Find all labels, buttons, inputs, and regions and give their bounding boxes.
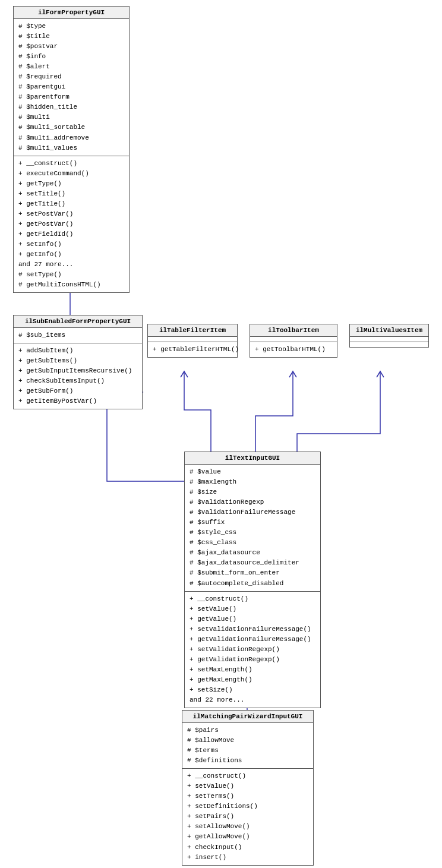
ilSubEnabledFormPropertyGUI-fields: # $sub_items (14, 328, 142, 343)
ilTextInputGUI-box: ilTextInputGUI # $value # $maxlength # $… (184, 452, 321, 708)
ilToolbarItem-methods: + getToolbarHTML() (250, 342, 337, 357)
ilMultiValuesItem-title: ilMultiValuesItem (350, 324, 428, 337)
ilSubEnabledFormPropertyGUI-box: ilSubEnabledFormPropertyGUI # $sub_items… (13, 315, 143, 409)
ilMatchingPairWizardInputGUI-box: ilMatchingPairWizardInputGUI # $pairs # … (182, 710, 314, 866)
ilMultiValuesItem-box: ilMultiValuesItem (349, 324, 429, 348)
ilSubEnabledFormPropertyGUI-methods: + addSubItem() + getSubItems() + getSubI… (14, 343, 142, 409)
ilTextInputGUI-methods: + __construct() + setValue() + getValue(… (185, 592, 320, 708)
ilTextInputGUI-fields: # $value # $maxlength # $size # $validat… (185, 465, 320, 592)
ilToolbarItem-title: ilToolbarItem (250, 324, 337, 337)
ilTableFilterItem-box: ilTableFilterItem + getTableFilterHTML() (147, 324, 238, 358)
ilFormPropertyGUI-box: ilFormPropertyGUI # $type # $title # $po… (13, 6, 130, 293)
ilFormPropertyGUI-title: ilFormPropertyGUI (14, 7, 129, 19)
ilTextInputGUI-title: ilTextInputGUI (185, 452, 320, 465)
ilMultiValuesItem-methods (350, 342, 428, 347)
ilMatchingPairWizardInputGUI-title: ilMatchingPairWizardInputGUI (182, 711, 313, 723)
ilTableFilterItem-methods: + getTableFilterHTML() (148, 342, 237, 357)
ilTableFilterItem-fields (148, 337, 237, 342)
ilSubEnabledFormPropertyGUI-title: ilSubEnabledFormPropertyGUI (14, 315, 142, 328)
ilTableFilterItem-title: ilTableFilterItem (148, 324, 237, 337)
diagram-container: ilFormPropertyGUI # $type # $title # $po… (0, 0, 442, 868)
ilToolbarItem-fields (250, 337, 337, 342)
ilMatchingPairWizardInputGUI-fields: # $pairs # $allowMove # $terms # $defini… (182, 723, 313, 769)
ilToolbarItem-box: ilToolbarItem + getToolbarHTML() (250, 324, 337, 358)
ilFormPropertyGUI-methods: + __construct() + executeCommand() + get… (14, 156, 129, 293)
ilMatchingPairWizardInputGUI-methods: + __construct() + setValue() + setTerms(… (182, 769, 313, 864)
ilFormPropertyGUI-fields: # $type # $title # $postvar # $info # $a… (14, 19, 129, 156)
ilMultiValuesItem-fields (350, 337, 428, 342)
